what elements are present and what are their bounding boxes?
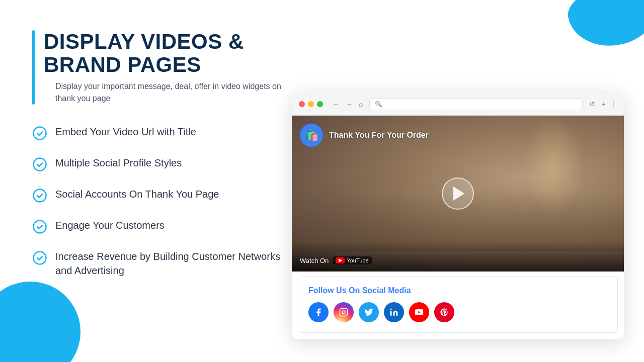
search-icon: 🔍: [375, 101, 382, 108]
check-circle-icon: [32, 157, 47, 172]
feature-item: Multiple Social Profile Styles: [32, 156, 294, 172]
twitter-icon[interactable]: [359, 302, 379, 322]
feature-list: Embed Your Video Url with Title Multiple…: [32, 125, 294, 278]
social-icons: [308, 302, 607, 322]
decorative-blob-top-right: [564, 0, 644, 53]
add-tab-icon[interactable]: +: [602, 100, 606, 108]
youtube-social-icon[interactable]: [409, 302, 429, 322]
social-wrapper: Follow Us On Social Media: [292, 272, 624, 339]
check-circle-icon: [32, 250, 47, 265]
home-button[interactable]: ⌂: [357, 100, 364, 108]
browser-actions: + ⋮: [602, 100, 617, 108]
youtube-play-icon: [339, 258, 342, 262]
browser-dots: [299, 101, 323, 107]
dot-green[interactable]: [317, 101, 323, 107]
shop-icon: 🛍️: [300, 124, 323, 147]
feature-item: Increase Revenue by Building Customer Ne…: [32, 249, 294, 278]
back-button[interactable]: ←: [331, 100, 341, 108]
feature-text: Multiple Social Profile Styles: [55, 156, 182, 170]
menu-icon[interactable]: ⋮: [610, 100, 617, 108]
youtube-badge[interactable]: YouTube: [333, 256, 371, 264]
svg-point-4: [34, 252, 46, 264]
shop-emoji: 🛍️: [305, 129, 318, 142]
video-area: 🛍️ Thank You For Your Order Watch On You…: [292, 116, 624, 272]
address-bar[interactable]: 🔍: [369, 98, 582, 110]
reload-button[interactable]: ↺: [588, 100, 597, 108]
heading-subtitle: Display your important message, deal, of…: [55, 80, 294, 105]
svg-point-2: [34, 190, 46, 202]
svg-point-6: [342, 311, 345, 314]
feature-text: Engage Your Customers: [55, 218, 165, 232]
dot-yellow[interactable]: [308, 101, 314, 107]
feature-text: Increase Revenue by Building Customer Ne…: [55, 249, 294, 278]
video-title: Thank You For Your Order: [329, 131, 429, 140]
linkedin-icon[interactable]: [384, 302, 404, 322]
watch-on-text: Watch On: [300, 257, 329, 264]
svg-point-0: [34, 127, 46, 140]
video-header: 🛍️ Thank You For Your Order: [300, 124, 429, 147]
main-heading: DISPLAY VIDEOS & BRAND PAGES: [44, 30, 294, 76]
left-panel: DISPLAY VIDEOS & BRAND PAGES Display you…: [32, 30, 294, 293]
svg-point-1: [34, 158, 46, 171]
svg-point-7: [345, 310, 346, 311]
heading-accent-bar: [32, 30, 35, 105]
browser-mockup: ← → ⌂ 🔍 ↺ + ⋮ 🛍️ Thank You For Your Ord: [292, 93, 624, 339]
svg-point-3: [34, 221, 46, 233]
svg-point-8: [390, 309, 392, 310]
follow-title: Follow Us On Social Media: [308, 286, 607, 295]
feature-text: Embed Your Video Url with Title: [55, 125, 196, 139]
pinterest-icon[interactable]: [434, 302, 454, 322]
youtube-icon: [336, 257, 345, 263]
forward-button[interactable]: →: [344, 100, 354, 108]
dot-red[interactable]: [299, 101, 305, 107]
svg-rect-5: [340, 309, 348, 316]
feature-item: Engage Your Customers: [32, 218, 294, 234]
feature-text: Social Accounts On Thank You Page: [55, 187, 219, 201]
watch-on-bar: Watch On YouTube: [300, 256, 372, 264]
browser-nav: ← → ⌂: [331, 100, 364, 108]
check-circle-icon: [32, 188, 47, 203]
facebook-icon[interactable]: [308, 302, 329, 322]
check-circle-icon: [32, 126, 47, 141]
play-button[interactable]: [442, 177, 474, 210]
instagram-icon[interactable]: [334, 302, 354, 322]
social-section: Follow Us On Social Media: [298, 277, 618, 333]
browser-toolbar: ← → ⌂ 🔍 ↺ + ⋮: [292, 93, 624, 116]
heading-block: DISPLAY VIDEOS & BRAND PAGES Display you…: [32, 30, 294, 105]
check-circle-icon: [32, 219, 47, 234]
play-triangle-icon: [453, 187, 464, 201]
feature-item: Embed Your Video Url with Title: [32, 125, 294, 141]
feature-item: Social Accounts On Thank You Page: [32, 187, 294, 203]
youtube-text: YouTube: [347, 257, 368, 263]
decorative-blob-bottom-left: [0, 282, 80, 362]
